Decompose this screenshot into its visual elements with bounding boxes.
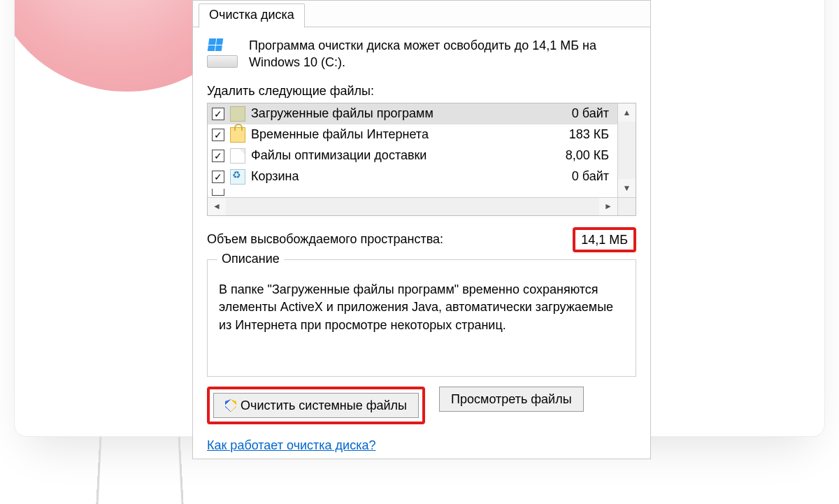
file-list-row[interactable] xyxy=(208,187,617,197)
summary-row: Программа очистки диска может освободить… xyxy=(207,37,636,71)
shield-icon xyxy=(225,399,236,412)
tabstrip: Очистка диска xyxy=(193,1,650,27)
file-checkbox[interactable]: ✓ xyxy=(212,129,224,141)
file-size: 183 КБ xyxy=(546,127,609,142)
view-files-button[interactable]: Просмотреть файлы xyxy=(439,387,584,412)
freespace-label: Объем высвобождаемого пространства: xyxy=(207,232,443,247)
file-checkbox[interactable] xyxy=(212,189,224,196)
file-list: ✓Загруженные файлы программ0 байт✓Времен… xyxy=(207,103,636,216)
view-files-label: Просмотреть файлы xyxy=(451,392,572,407)
folder-icon xyxy=(230,106,245,122)
tab-disk-cleanup[interactable]: Очистка диска xyxy=(199,3,305,28)
file-checkbox[interactable]: ✓ xyxy=(212,150,224,162)
file-list-row[interactable]: ✓Временные файлы Интернета183 КБ xyxy=(208,124,617,145)
scroll-left-icon[interactable]: ◄ xyxy=(208,198,226,215)
scroll-track[interactable] xyxy=(618,122,636,179)
file-size: 0 байт xyxy=(546,106,609,121)
monitor-stand xyxy=(96,437,183,504)
file-size: 0 байт xyxy=(546,169,609,184)
lock-icon xyxy=(230,127,245,143)
disk-cleanup-dialog: Очистка диска Программа очистки диска мо… xyxy=(192,0,651,459)
file-label: Загруженные файлы программ xyxy=(251,106,540,121)
file-label: Корзина xyxy=(251,169,540,184)
file-label: Файлы оптимизации доставки xyxy=(251,148,540,163)
page-icon xyxy=(230,148,245,164)
scroll-corner xyxy=(617,198,636,215)
file-list-row[interactable]: ✓Загруженные файлы программ0 байт xyxy=(208,103,617,124)
file-checkbox[interactable]: ✓ xyxy=(212,171,224,183)
recycle-icon xyxy=(230,169,245,185)
summary-text: Программа очистки диска может освободить… xyxy=(249,37,612,71)
highlight-clean-system: Очистить системные файлы xyxy=(207,387,425,424)
scroll-up-icon[interactable]: ▲ xyxy=(618,103,636,122)
file-list-row[interactable]: ✓Корзина0 байт xyxy=(208,166,617,187)
scroll-down-icon[interactable]: ▼ xyxy=(618,179,636,197)
drive-icon xyxy=(207,40,238,68)
description-legend: Описание xyxy=(217,252,284,266)
description-group: Описание В папке "Загруженные файлы прог… xyxy=(207,259,636,377)
file-checkbox[interactable]: ✓ xyxy=(212,108,224,120)
file-list-row[interactable]: ✓Файлы оптимизации доставки8,00 КБ xyxy=(208,145,617,166)
help-link[interactable]: Как работает очистка диска? xyxy=(207,438,375,453)
description-text: В папке "Загруженные файлы программ" вре… xyxy=(219,281,624,335)
tab-label: Очистка диска xyxy=(209,8,294,22)
vertical-scrollbar[interactable]: ▲ ▼ xyxy=(617,103,636,197)
scroll-right-icon[interactable]: ► xyxy=(599,198,617,215)
file-label: Временные файлы Интернета xyxy=(251,127,540,142)
delete-files-label: Удалить следующие файлы: xyxy=(207,84,636,99)
clean-system-files-label: Очистить системные файлы xyxy=(241,398,407,413)
horizontal-scrollbar[interactable]: ◄ ► xyxy=(208,197,636,215)
clean-system-files-button[interactable]: Очистить системные файлы xyxy=(213,393,419,418)
freespace-value: 14,1 МБ xyxy=(573,227,636,252)
file-size: 8,00 КБ xyxy=(546,148,609,163)
scroll-track[interactable] xyxy=(226,198,599,215)
